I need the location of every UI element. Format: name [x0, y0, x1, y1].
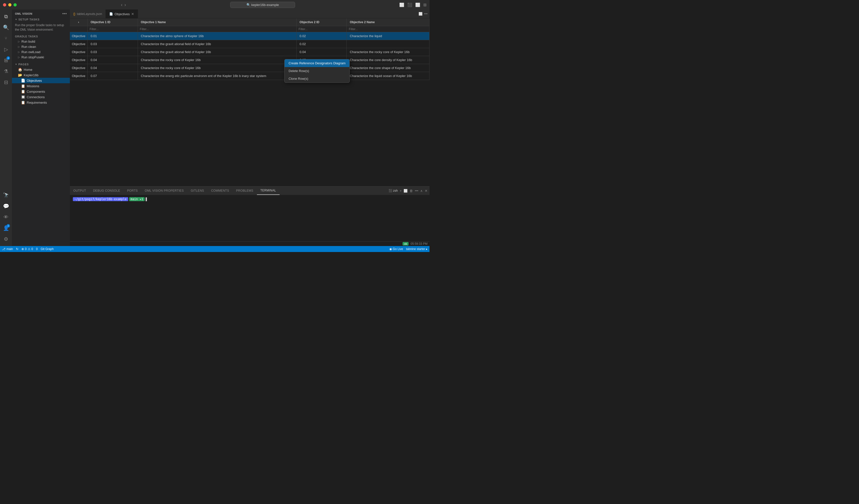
maximize-panel-icon[interactable]: ∧: [420, 189, 423, 193]
panel-tab-terminal[interactable]: TERMINAL: [257, 186, 280, 195]
activity-extensions[interactable]: ⊞ 4: [1, 55, 11, 65]
filter-obj2-id[interactable]: [299, 28, 344, 31]
setup-desc: Run the proper Gradle tasks to setup the…: [12, 22, 70, 34]
table-row[interactable]: Objective 0.03 Characterize the gravit a…: [70, 40, 430, 48]
missions-icon: 📋: [21, 84, 25, 88]
tab-objectives[interactable]: 📄 Objectives ✕: [106, 10, 138, 18]
row-type-2: Objective: [70, 48, 88, 56]
trash-icon[interactable]: 🗑: [409, 189, 413, 193]
panel-tab-comments[interactable]: COMMENTS: [208, 186, 232, 195]
close-panel-icon[interactable]: ✕: [425, 189, 427, 193]
close-button[interactable]: [3, 3, 6, 6]
search-bar[interactable]: 🔍kepler16b-example: [230, 2, 295, 8]
split-editor-icon[interactable]: ⬜: [419, 12, 423, 16]
row-obj2-name-0: Characterize the liquid: [347, 32, 430, 40]
context-menu-item-create-diagram[interactable]: Create Reference Designators Diagram: [285, 59, 349, 67]
setup-tasks-section[interactable]: ▼ SETUP TASKS: [12, 17, 70, 22]
tab-table-layouts[interactable]: {} tableLayouts.json: [70, 10, 106, 18]
pages-section-header[interactable]: ▼ PAGES: [12, 62, 70, 67]
row-type-4: Objective: [70, 64, 88, 72]
filter-obj1-name[interactable]: [140, 28, 295, 31]
components-icon: 📋: [21, 90, 25, 93]
row-obj2-name-4: Characterize the core shape of Kepler 16…: [347, 64, 430, 72]
layout-icon-2[interactable]: ⬛: [407, 2, 412, 7]
panel-tab-gitlens[interactable]: GITLENS: [187, 186, 208, 195]
activity-settings[interactable]: ⚙: [1, 234, 11, 244]
row-obj2-id-1: 0.02: [297, 40, 347, 48]
sidebar-item-components[interactable]: 📋 Components: [12, 89, 70, 94]
panel-tab-output[interactable]: OUTPUT: [70, 186, 90, 195]
play-icon: ▷: [18, 56, 20, 59]
branch-icon: ⎇: [2, 247, 5, 251]
maximize-button[interactable]: [14, 3, 17, 6]
sidebar-item-objectives[interactable]: 📄 Objectives: [12, 78, 70, 83]
window-controls: [3, 3, 17, 6]
layout-icon-1[interactable]: ⬜: [399, 2, 404, 7]
sidebar-title: OML VISION: [15, 12, 32, 15]
status-tabnine[interactable]: tabnine starter ▸: [406, 247, 427, 251]
activity-test[interactable]: ⚗: [1, 66, 11, 76]
terminal-content: ~/git/pogi7/kepler16b-example main ✦1 ▋: [70, 195, 430, 241]
minimize-button[interactable]: [8, 3, 12, 6]
sidebar-item-home[interactable]: 🏠 Home: [12, 67, 70, 72]
context-menu-item-delete-rows[interactable]: Delete Row(s): [285, 67, 349, 75]
activity-files[interactable]: ⧉: [1, 12, 11, 21]
panel-tab-problems[interactable]: PROBLEMS: [233, 186, 257, 195]
panel-tab-debug[interactable]: DEBUG CONSOLE: [90, 186, 124, 195]
forward-icon[interactable]: ›: [124, 2, 126, 7]
status-errors[interactable]: ⊗ 0 ⚠ 0: [21, 247, 33, 251]
activity-source-control[interactable]: ⑂: [1, 33, 11, 43]
col-expand: ›: [70, 18, 88, 26]
split-terminal-icon[interactable]: ⬜: [404, 189, 408, 193]
filter-row: [70, 26, 430, 32]
layout-icon-4[interactable]: ⊞: [423, 2, 426, 7]
add-terminal-icon[interactable]: +: [400, 189, 402, 193]
gradle-run-clean[interactable]: ▷ Run clean: [12, 44, 70, 49]
context-menu-item-clone-rows[interactable]: Clone Row(s): [285, 75, 349, 82]
table-row[interactable]: Objective 0.01 Characterize the atmo sph…: [70, 32, 430, 40]
row-obj1-name-2: Characterize the gravit ational field of…: [138, 48, 297, 56]
panel-tab-bar: OUTPUT DEBUG CONSOLE PORTS OML VISION PR…: [70, 186, 430, 195]
sidebar-item-missions[interactable]: 📋 Missions: [12, 83, 70, 89]
activity-account[interactable]: 👤 2: [1, 223, 11, 233]
terminal-path: ~/git/pogi7/kepler16b-example: [73, 197, 128, 201]
tab-bar: {} tableLayouts.json 📄 Objectives ✕ ⬜ ••…: [70, 10, 430, 18]
status-info-count[interactable]: 0: [36, 247, 37, 251]
sidebar-more-button[interactable]: •••: [62, 12, 67, 16]
status-branch[interactable]: ⎇ main: [2, 247, 13, 251]
panel-tab-ports[interactable]: PORTS: [124, 186, 141, 195]
status-git-graph[interactable]: Git Graph: [41, 247, 54, 251]
activity-database[interactable]: ⊟: [1, 77, 11, 87]
status-sync[interactable]: ↻: [16, 247, 18, 251]
filter-obj1-id[interactable]: [90, 28, 135, 31]
activity-run[interactable]: ▷: [1, 44, 11, 54]
filter-obj2-name[interactable]: [349, 28, 427, 31]
activity-eye[interactable]: 👁: [1, 212, 11, 222]
panel-tab-oml-properties[interactable]: OML VISION PROPERTIES: [141, 186, 187, 195]
gradle-run-stopfuseki[interactable]: ▷ Run stopFuseki: [12, 54, 70, 60]
activity-search[interactable]: 🔍: [1, 22, 11, 32]
account-badge: 2: [6, 224, 10, 227]
close-tab-icon[interactable]: ✕: [131, 12, 134, 16]
table-row[interactable]: Objective 0.03 Characterize the gravit a…: [70, 48, 430, 56]
layout-icon-3[interactable]: ⬜: [415, 2, 420, 7]
sidebar-item-connections[interactable]: 🔲 Connections: [12, 94, 70, 100]
back-icon[interactable]: ‹: [121, 2, 122, 7]
more-actions-icon[interactable]: •••: [424, 12, 427, 16]
status-left: ⎇ main ↻ ⊗ 0 ⚠ 0 0 Git Graph: [2, 247, 54, 251]
activity-chat[interactable]: 💬: [1, 201, 11, 211]
gradle-run-build[interactable]: ▷ Run build: [12, 39, 70, 44]
activity-telescope[interactable]: 🔭: [1, 190, 11, 200]
table-row[interactable]: Objective 0.07 Characterize the energ et…: [70, 72, 430, 80]
more-terminal-icon[interactable]: •••: [415, 189, 418, 193]
col-obj1-id: Objective 1 ID: [88, 18, 138, 26]
terminal-cursor: ▋: [146, 198, 148, 201]
status-go-live[interactable]: ◉ Go Live: [389, 247, 403, 251]
table-row[interactable]: Objective 0.04 Characterize the rocky co…: [70, 56, 430, 64]
table-row[interactable]: Objective 0.04 Characterize the rocky co…: [70, 64, 430, 72]
gradle-run-owlload[interactable]: ▷ Run owlLoad: [12, 49, 70, 54]
row-type-3: Objective: [70, 56, 88, 64]
sidebar-item-kepler16b[interactable]: 📂 Kepler16b: [12, 72, 70, 78]
sidebar-item-requirements[interactable]: 📋 Requirements: [12, 100, 70, 105]
terminal-ok-status: ok: [403, 242, 409, 246]
